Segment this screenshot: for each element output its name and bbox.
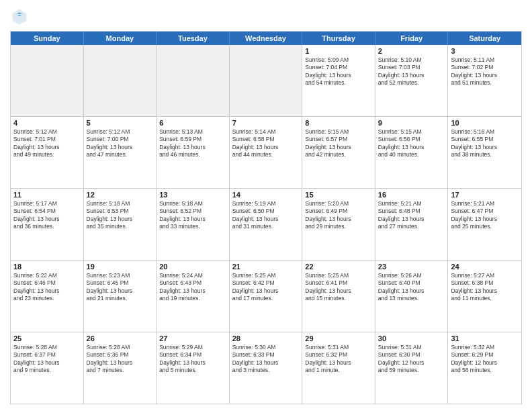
day-cell-19: 19Sunrise: 5:23 AM Sunset: 6:45 PM Dayli… <box>84 261 157 332</box>
day-info: Sunrise: 5:31 AM Sunset: 6:32 PM Dayligh… <box>305 344 372 375</box>
day-number: 15 <box>305 191 372 199</box>
header-day-saturday: Saturday <box>448 32 521 45</box>
day-number: 31 <box>451 334 519 342</box>
day-cell-20: 20Sunrise: 5:24 AM Sunset: 6:43 PM Dayli… <box>157 261 230 332</box>
day-info: Sunrise: 5:32 AM Sunset: 6:29 PM Dayligh… <box>451 344 519 375</box>
day-info: Sunrise: 5:18 AM Sunset: 6:52 PM Dayligh… <box>159 200 226 231</box>
day-cell-12: 12Sunrise: 5:18 AM Sunset: 6:53 PM Dayli… <box>84 189 157 260</box>
calendar-week-2: 4Sunrise: 5:12 AM Sunset: 7:01 PM Daylig… <box>11 117 521 189</box>
day-cell-28: 28Sunrise: 5:30 AM Sunset: 6:33 PM Dayli… <box>230 332 303 404</box>
day-cell-21: 21Sunrise: 5:25 AM Sunset: 6:42 PM Dayli… <box>230 261 303 332</box>
empty-cell <box>84 45 157 116</box>
day-cell-29: 29Sunrise: 5:31 AM Sunset: 6:32 PM Dayli… <box>302 332 375 404</box>
day-cell-23: 23Sunrise: 5:26 AM Sunset: 6:40 PM Dayli… <box>375 261 449 332</box>
day-cell-18: 18Sunrise: 5:22 AM Sunset: 6:46 PM Dayli… <box>11 261 84 332</box>
day-number: 23 <box>378 263 445 271</box>
day-cell-13: 13Sunrise: 5:18 AM Sunset: 6:52 PM Dayli… <box>157 189 230 260</box>
day-number: 3 <box>451 47 519 55</box>
day-info: Sunrise: 5:26 AM Sunset: 6:40 PM Dayligh… <box>378 272 445 303</box>
day-info: Sunrise: 5:16 AM Sunset: 6:55 PM Dayligh… <box>451 128 519 159</box>
empty-cell <box>230 45 303 116</box>
day-cell-14: 14Sunrise: 5:19 AM Sunset: 6:50 PM Dayli… <box>230 189 303 260</box>
day-number: 5 <box>87 119 154 127</box>
day-number: 1 <box>305 47 372 55</box>
day-cell-31: 31Sunrise: 5:32 AM Sunset: 6:29 PM Dayli… <box>448 332 521 404</box>
header-day-tuesday: Tuesday <box>157 32 230 45</box>
day-cell-25: 25Sunrise: 5:28 AM Sunset: 6:37 PM Dayli… <box>11 332 84 404</box>
day-info: Sunrise: 5:31 AM Sunset: 6:30 PM Dayligh… <box>378 344 445 375</box>
day-cell-24: 24Sunrise: 5:27 AM Sunset: 6:38 PM Dayli… <box>448 261 521 332</box>
calendar: SundayMondayTuesdayWednesdayThursdayFrid… <box>10 31 522 404</box>
day-number: 10 <box>451 119 519 127</box>
day-number: 19 <box>87 263 154 271</box>
day-number: 29 <box>305 334 372 342</box>
day-info: Sunrise: 5:17 AM Sunset: 6:54 PM Dayligh… <box>13 200 81 231</box>
day-number: 13 <box>159 191 226 199</box>
day-number: 16 <box>378 191 445 199</box>
day-info: Sunrise: 5:12 AM Sunset: 7:01 PM Dayligh… <box>13 128 81 159</box>
day-info: Sunrise: 5:28 AM Sunset: 6:37 PM Dayligh… <box>13 344 81 375</box>
day-cell-4: 4Sunrise: 5:12 AM Sunset: 7:01 PM Daylig… <box>11 117 84 188</box>
day-cell-3: 3Sunrise: 5:11 AM Sunset: 7:02 PM Daylig… <box>448 45 521 116</box>
day-number: 6 <box>159 119 226 127</box>
header-day-friday: Friday <box>375 32 449 45</box>
day-number: 21 <box>232 263 300 271</box>
day-info: Sunrise: 5:15 AM Sunset: 6:56 PM Dayligh… <box>378 128 445 159</box>
day-cell-8: 8Sunrise: 5:15 AM Sunset: 6:57 PM Daylig… <box>302 117 375 188</box>
day-info: Sunrise: 5:14 AM Sunset: 6:58 PM Dayligh… <box>232 128 300 159</box>
day-cell-16: 16Sunrise: 5:21 AM Sunset: 6:48 PM Dayli… <box>375 189 449 260</box>
calendar-body: 1Sunrise: 5:09 AM Sunset: 7:04 PM Daylig… <box>11 45 521 404</box>
day-number: 24 <box>451 263 519 271</box>
day-info: Sunrise: 5:12 AM Sunset: 7:00 PM Dayligh… <box>87 128 154 159</box>
day-info: Sunrise: 5:25 AM Sunset: 6:42 PM Dayligh… <box>232 272 300 303</box>
day-number: 20 <box>159 263 226 271</box>
day-cell-6: 6Sunrise: 5:13 AM Sunset: 6:59 PM Daylig… <box>157 117 230 188</box>
day-cell-1: 1Sunrise: 5:09 AM Sunset: 7:04 PM Daylig… <box>302 45 375 116</box>
day-number: 18 <box>13 263 81 271</box>
day-number: 27 <box>159 334 226 342</box>
day-number: 9 <box>378 119 445 127</box>
day-number: 12 <box>87 191 154 199</box>
day-info: Sunrise: 5:19 AM Sunset: 6:50 PM Dayligh… <box>232 200 300 231</box>
day-info: Sunrise: 5:25 AM Sunset: 6:41 PM Dayligh… <box>305 272 372 303</box>
day-info: Sunrise: 5:18 AM Sunset: 6:53 PM Dayligh… <box>87 200 154 231</box>
day-info: Sunrise: 5:21 AM Sunset: 6:47 PM Dayligh… <box>451 200 519 231</box>
day-number: 14 <box>232 191 300 199</box>
day-info: Sunrise: 5:13 AM Sunset: 6:59 PM Dayligh… <box>159 128 226 159</box>
day-number: 4 <box>13 119 81 127</box>
day-cell-7: 7Sunrise: 5:14 AM Sunset: 6:58 PM Daylig… <box>230 117 303 188</box>
day-info: Sunrise: 5:10 AM Sunset: 7:03 PM Dayligh… <box>378 56 445 87</box>
header-day-sunday: Sunday <box>11 32 84 45</box>
day-cell-11: 11Sunrise: 5:17 AM Sunset: 6:54 PM Dayli… <box>11 189 84 260</box>
page-header <box>10 7 522 26</box>
day-info: Sunrise: 5:29 AM Sunset: 6:34 PM Dayligh… <box>159 344 226 375</box>
day-cell-15: 15Sunrise: 5:20 AM Sunset: 6:49 PM Dayli… <box>302 189 375 260</box>
day-info: Sunrise: 5:27 AM Sunset: 6:38 PM Dayligh… <box>451 272 519 303</box>
day-number: 30 <box>378 334 445 342</box>
header-day-wednesday: Wednesday <box>230 32 303 45</box>
day-number: 7 <box>232 119 300 127</box>
day-cell-27: 27Sunrise: 5:29 AM Sunset: 6:34 PM Dayli… <box>157 332 230 404</box>
day-number: 28 <box>232 334 300 342</box>
calendar-header: SundayMondayTuesdayWednesdayThursdayFrid… <box>11 32 521 45</box>
empty-cell <box>157 45 230 116</box>
day-info: Sunrise: 5:21 AM Sunset: 6:48 PM Dayligh… <box>378 200 445 231</box>
day-cell-17: 17Sunrise: 5:21 AM Sunset: 6:47 PM Dayli… <box>448 189 521 260</box>
calendar-week-3: 11Sunrise: 5:17 AM Sunset: 6:54 PM Dayli… <box>11 189 521 261</box>
empty-cell <box>11 45 84 116</box>
day-number: 2 <box>378 47 445 55</box>
day-info: Sunrise: 5:28 AM Sunset: 6:36 PM Dayligh… <box>87 344 154 375</box>
logo <box>10 7 32 26</box>
svg-marker-0 <box>13 9 27 25</box>
day-info: Sunrise: 5:30 AM Sunset: 6:33 PM Dayligh… <box>232 344 300 375</box>
header-day-thursday: Thursday <box>302 32 375 45</box>
day-cell-10: 10Sunrise: 5:16 AM Sunset: 6:55 PM Dayli… <box>448 117 521 188</box>
day-number: 11 <box>13 191 81 199</box>
day-info: Sunrise: 5:22 AM Sunset: 6:46 PM Dayligh… <box>13 272 81 303</box>
logo-icon <box>10 7 29 26</box>
day-number: 26 <box>87 334 154 342</box>
calendar-week-5: 25Sunrise: 5:28 AM Sunset: 6:37 PM Dayli… <box>11 332 521 404</box>
day-cell-2: 2Sunrise: 5:10 AM Sunset: 7:03 PM Daylig… <box>375 45 449 116</box>
day-number: 22 <box>305 263 372 271</box>
day-info: Sunrise: 5:09 AM Sunset: 7:04 PM Dayligh… <box>305 56 372 87</box>
